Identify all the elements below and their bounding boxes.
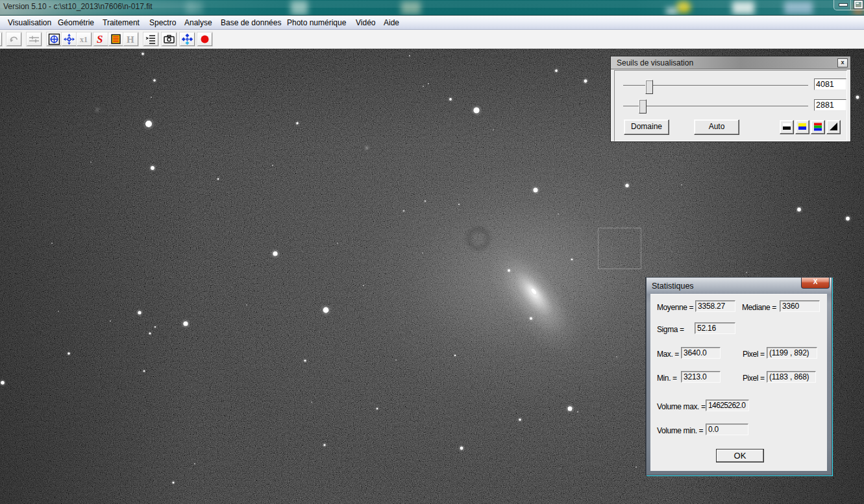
svg-text:S: S	[97, 33, 103, 45]
svg-text:H: H	[127, 34, 134, 45]
svg-text:x1: x1	[80, 35, 88, 44]
